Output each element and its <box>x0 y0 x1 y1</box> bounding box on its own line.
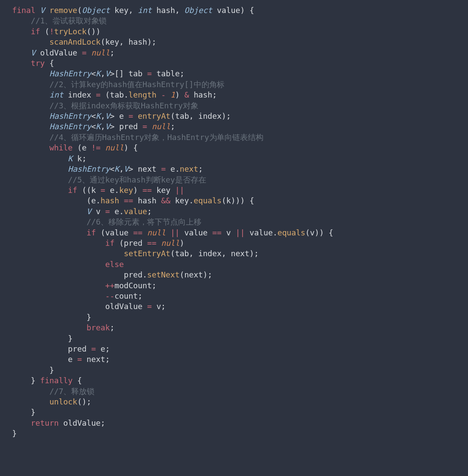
fn-remove: remove <box>49 6 77 15</box>
type-v: V <box>40 6 45 15</box>
comment: //1、尝试获取对象锁 <box>31 16 107 25</box>
kw-final: final <box>12 6 36 15</box>
code-block: final V remove(Object key, int hash, Obj… <box>0 0 468 439</box>
